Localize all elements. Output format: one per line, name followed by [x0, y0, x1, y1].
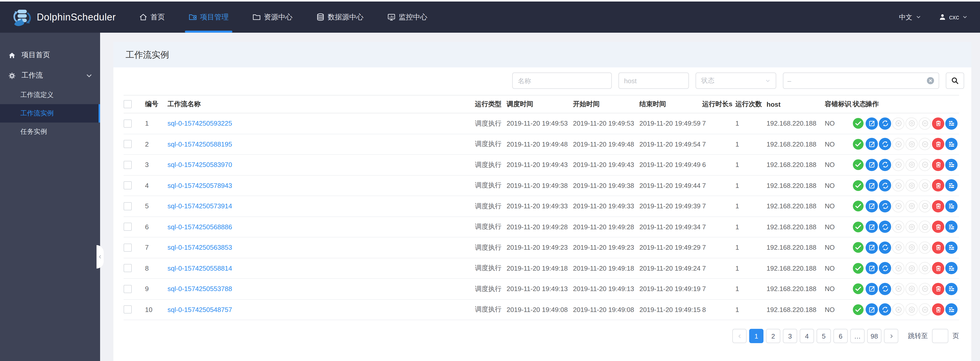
gantt-button[interactable]: [945, 118, 958, 130]
delete-button[interactable]: [932, 262, 944, 274]
row-checkbox[interactable]: [124, 243, 132, 252]
sidebar-item-workflow-definition[interactable]: 工作流定义: [0, 86, 100, 104]
edit-button[interactable]: [865, 138, 878, 150]
rerun-button[interactable]: [879, 304, 891, 316]
kill-button[interactable]: [905, 221, 918, 233]
pause-button[interactable]: [919, 159, 931, 171]
date-range-input[interactable]: –: [783, 73, 939, 89]
gantt-button[interactable]: [945, 304, 958, 316]
language-switcher[interactable]: 中文: [899, 13, 921, 22]
page-number-button[interactable]: 5: [816, 329, 831, 343]
gantt-button[interactable]: [945, 283, 958, 295]
rerun-button[interactable]: [879, 180, 891, 192]
edit-button[interactable]: [865, 200, 878, 212]
page-number-button[interactable]: 4: [800, 329, 814, 343]
nav-item-datasource[interactable]: 数据源中心: [309, 2, 371, 33]
delete-button[interactable]: [932, 242, 944, 254]
kill-button[interactable]: [905, 304, 918, 316]
stop-button[interactable]: [892, 118, 904, 130]
gantt-button[interactable]: [945, 262, 958, 274]
row-checkbox[interactable]: [124, 119, 132, 128]
delete-button[interactable]: [932, 159, 944, 171]
delete-button[interactable]: [932, 180, 944, 192]
gantt-button[interactable]: [945, 221, 958, 233]
stop-button[interactable]: [892, 304, 904, 316]
kill-button[interactable]: [905, 159, 918, 171]
gantt-button[interactable]: [945, 138, 958, 150]
stop-button[interactable]: [892, 262, 904, 274]
row-checkbox[interactable]: [124, 202, 132, 210]
name-filter-input[interactable]: [512, 73, 612, 89]
sidebar-item-workflow-instance[interactable]: 工作流实例: [0, 104, 100, 122]
user-menu[interactable]: cxc: [939, 13, 968, 21]
pause-button[interactable]: [919, 262, 931, 274]
rerun-button[interactable]: [879, 200, 891, 212]
row-checkbox[interactable]: [124, 140, 132, 148]
select-all-checkbox[interactable]: [124, 100, 132, 108]
edit-button[interactable]: [865, 118, 878, 130]
nav-item-home[interactable]: 首页: [131, 2, 173, 33]
next-page-button[interactable]: [884, 329, 898, 343]
pause-button[interactable]: [919, 304, 931, 316]
workflow-name-link[interactable]: sql-0-1574250558814: [167, 264, 232, 272]
gantt-button[interactable]: [945, 200, 958, 212]
stop-button[interactable]: [892, 138, 904, 150]
row-checkbox[interactable]: [124, 161, 132, 169]
kill-button[interactable]: [905, 242, 918, 254]
rerun-button[interactable]: [879, 262, 891, 274]
row-checkbox[interactable]: [124, 285, 132, 293]
page-number-button[interactable]: 6: [834, 329, 848, 343]
row-checkbox[interactable]: [124, 181, 132, 190]
pause-button[interactable]: [919, 200, 931, 212]
nav-item-resources[interactable]: 资源中心: [245, 2, 300, 33]
rerun-button[interactable]: [879, 118, 891, 130]
stop-button[interactable]: [892, 221, 904, 233]
page-number-button[interactable]: 1: [749, 329, 764, 343]
stop-button[interactable]: [892, 242, 904, 254]
edit-button[interactable]: [865, 304, 878, 316]
sidebar-item-workflow[interactable]: 工作流: [0, 65, 100, 86]
row-checkbox[interactable]: [124, 305, 132, 314]
jump-page-input[interactable]: [932, 329, 948, 343]
pause-button[interactable]: [919, 138, 931, 150]
row-checkbox[interactable]: [124, 264, 132, 272]
stop-button[interactable]: [892, 283, 904, 295]
pause-button[interactable]: [919, 180, 931, 192]
pause-button[interactable]: [919, 118, 931, 130]
stop-button[interactable]: [892, 200, 904, 212]
page-number-button[interactable]: 2: [766, 329, 780, 343]
prev-page-button[interactable]: [732, 329, 747, 343]
stop-button[interactable]: [892, 159, 904, 171]
delete-button[interactable]: [932, 221, 944, 233]
edit-button[interactable]: [865, 159, 878, 171]
workflow-name-link[interactable]: sql-0-1574250583970: [167, 161, 232, 169]
kill-button[interactable]: [905, 262, 918, 274]
sidebar-item-project-home[interactable]: 项目首页: [0, 45, 100, 65]
page-number-button[interactable]: 3: [783, 329, 797, 343]
nav-item-project[interactable]: 项目管理: [181, 2, 237, 33]
kill-button[interactable]: [905, 118, 918, 130]
workflow-name-link[interactable]: sql-0-1574250573914: [167, 202, 232, 210]
delete-button[interactable]: [932, 138, 944, 150]
pause-button[interactable]: [919, 221, 931, 233]
rerun-button[interactable]: [879, 159, 891, 171]
sidebar-item-task-instance[interactable]: 任务实例: [0, 122, 100, 141]
gantt-button[interactable]: [945, 242, 958, 254]
rerun-button[interactable]: [879, 242, 891, 254]
sidebar-collapse-handle[interactable]: [97, 245, 104, 269]
page-number-button[interactable]: 98: [867, 329, 881, 343]
rerun-button[interactable]: [879, 283, 891, 295]
edit-button[interactable]: [865, 180, 878, 192]
search-button[interactable]: [946, 73, 964, 89]
workflow-name-link[interactable]: sql-0-1574250578943: [167, 182, 232, 189]
delete-button[interactable]: [932, 283, 944, 295]
kill-button[interactable]: [905, 200, 918, 212]
workflow-name-link[interactable]: sql-0-1574250548757: [167, 306, 232, 313]
kill-button[interactable]: [905, 138, 918, 150]
stop-button[interactable]: [892, 180, 904, 192]
delete-button[interactable]: [932, 118, 944, 130]
state-filter-select[interactable]: 状态: [695, 73, 776, 89]
workflow-name-link[interactable]: sql-0-1574250588195: [167, 140, 232, 148]
kill-button[interactable]: [905, 283, 918, 295]
delete-button[interactable]: [932, 304, 944, 316]
